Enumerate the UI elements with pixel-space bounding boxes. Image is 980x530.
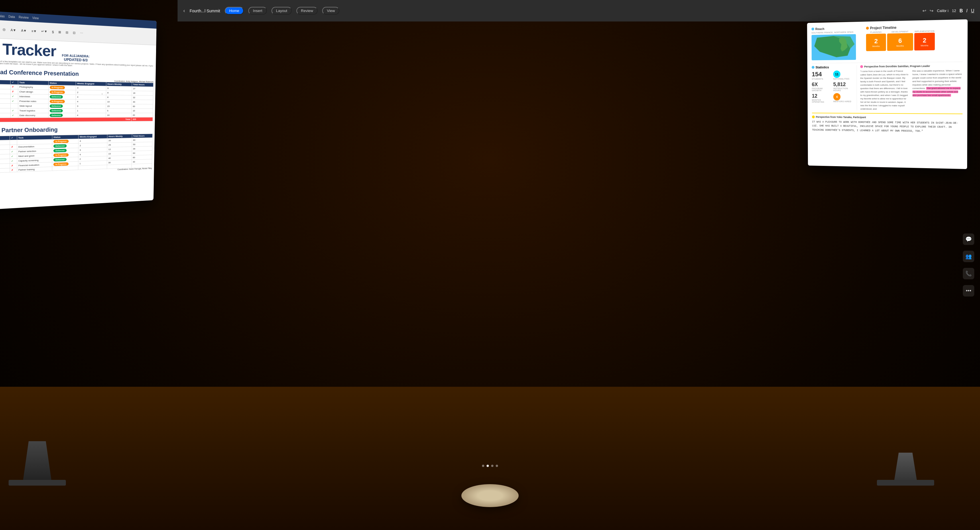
- more-icon[interactable]: •••: [963, 285, 974, 296]
- perspective-text-left: "I come from a town in the south of Fran…: [860, 69, 909, 111]
- perspective-dot: [860, 65, 863, 68]
- col-status: Status: [48, 81, 76, 86]
- cell-task: Travel logistics: [18, 108, 48, 113]
- phase-impl-label: IMPLEMENTATION: [915, 30, 934, 32]
- col-check2: ✓: [10, 136, 17, 140]
- cell-status: In Progress: [48, 85, 76, 90]
- dot-4[interactable]: [496, 465, 498, 467]
- perspective-title: Perspective from Dorothée Saintilan, Pro…: [864, 64, 930, 68]
- excel-tab-data[interactable]: Data: [8, 14, 15, 18]
- cell-hours: 9: [106, 86, 132, 91]
- total-value: 205: [132, 117, 153, 121]
- dot-2[interactable]: [487, 465, 489, 467]
- cell-weeks: 2: [76, 90, 106, 95]
- cell-total: 50: [132, 142, 152, 147]
- nav-home-button[interactable]: Home: [225, 7, 244, 14]
- cell-check: ✓: [10, 149, 17, 154]
- cell-weeks: 1: [76, 108, 106, 113]
- indent-tool[interactable]: ↵▼: [41, 29, 48, 33]
- cell-hours: 10: [106, 113, 132, 118]
- cell-check: ✓: [11, 94, 18, 99]
- perspective-text-cols: "I come from a town in the south of Fran…: [860, 69, 963, 111]
- currency-tool[interactable]: $: [52, 30, 54, 34]
- cell-status: Delivered: [48, 108, 76, 113]
- stat-students-label: STUDENTS: [812, 78, 832, 80]
- align-tool[interactable]: ≡▼: [32, 29, 37, 33]
- project-timeline: Project Timeline PLANNING 2 Months DEVEL…: [866, 24, 963, 60]
- nav-view-button[interactable]: View: [322, 7, 339, 14]
- top-section: Reach SOUTHERN FRANCE, NORTHERN SPAIN Pr…: [811, 24, 963, 60]
- phase-dev-unit: Months: [896, 45, 904, 47]
- perspective-text-right: this was a valuable experience. When I c…: [912, 69, 963, 111]
- reach-section: Reach SOUTHERN FRANCE, NORTHERN SPAIN: [811, 26, 862, 60]
- cell-date: May 31: [0, 89, 11, 94]
- chat-icon[interactable]: 💬: [963, 234, 974, 245]
- phase-planning-label: PLANNING: [870, 31, 882, 33]
- stats-title: Statistics: [816, 65, 829, 69]
- stat-months-label: MONTHS OPERATING: [812, 99, 832, 103]
- dot-1[interactable]: [482, 465, 484, 467]
- dots-indicator: [482, 465, 498, 467]
- nav-review-button[interactable]: Review: [296, 7, 318, 14]
- font-size[interactable]: 12: [952, 9, 956, 13]
- person-alt-icon[interactable]: 👥: [963, 251, 974, 262]
- stats-dot: [811, 66, 815, 69]
- undo-icon[interactable]: ↩: [923, 8, 926, 13]
- col-total: Total Hours: [132, 83, 153, 87]
- table-row: Slide layout Delivered 3 15 60: [0, 103, 153, 108]
- cell-date: May 29: [0, 94, 11, 99]
- col-date: Date Updated: [0, 80, 10, 84]
- stats-grid: 154 STUDENTS 11 NATIONALITIES 6X PROGRAM…: [811, 70, 853, 103]
- reach-subtitle: SOUTHERN FRANCE, NORTHERN SPAIN: [811, 31, 862, 34]
- italic-button[interactable]: I: [966, 8, 967, 13]
- underline-button[interactable]: U: [971, 8, 974, 13]
- cell-total: 60: [132, 104, 153, 108]
- table-surface: [0, 387, 980, 530]
- phone-icon[interactable]: 📞: [963, 268, 974, 279]
- stat-months: 12 MONTHS OPERATING: [812, 93, 832, 103]
- total-label: Total: [0, 118, 132, 123]
- col-total2: Total Hours: [132, 134, 153, 138]
- section1-table: Date Updated ✓ Task Status Weeks Engaged…: [0, 80, 153, 123]
- cell-check: ✗: [10, 84, 18, 89]
- merge-tool[interactable]: ⊞: [59, 30, 61, 34]
- nav-layout-button[interactable]: Layout: [272, 7, 292, 14]
- circle-tool[interactable]: ◎: [3, 27, 6, 32]
- font-color-tool[interactable]: A▼: [21, 29, 27, 32]
- excel-tab-review[interactable]: Review: [19, 15, 29, 19]
- perspective-section: Perspective from Dorothée Saintilan, Pro…: [857, 64, 963, 111]
- dot-3[interactable]: [491, 465, 493, 467]
- cell-total: 10: [132, 108, 153, 113]
- cell-hours: 8: [106, 95, 132, 100]
- section2-table: Date Updated ✓ Task Status Weeks Engaged…: [0, 134, 153, 173]
- reach-title: Reach: [815, 27, 824, 31]
- extra-tool[interactable]: ⋯: [80, 31, 83, 35]
- excel-tab-view[interactable]: View: [32, 16, 39, 20]
- cell-date: [0, 103, 11, 108]
- cell-status: Delivered: [48, 94, 76, 99]
- excel-tab-formulas[interactable]: Formulas: [0, 14, 5, 18]
- wrap2-tool[interactable]: ⊡: [73, 31, 76, 35]
- tracker-title: ce Tracker: [0, 40, 56, 59]
- redo-icon[interactable]: ↪: [930, 8, 933, 13]
- cell-total: 32: [132, 95, 153, 100]
- stat-nationalities-badge: 11: [833, 70, 840, 78]
- wrap-tool[interactable]: ⊟: [66, 31, 68, 35]
- bold-button[interactable]: B: [959, 8, 963, 13]
- highlight-text: The grant allowed me to expand my studio…: [912, 87, 961, 97]
- nav-insert-button[interactable]: Insert: [248, 7, 267, 14]
- phase-implementation: IMPLEMENTATION 2 Months: [915, 30, 935, 51]
- stats-perspective-row: Statistics 154 STUDENTS 11 NATIONALITIES…: [811, 62, 963, 111]
- cell-task: Slide layout: [18, 104, 48, 108]
- col-hours: Hours Weekly: [106, 82, 132, 86]
- stat-program-growth: 6X PROGRAM GROWTH: [812, 82, 832, 92]
- font-name[interactable]: Calibr i: [937, 9, 948, 13]
- yoko-section: Perspective from Yoko Tanaka, Participan…: [812, 113, 963, 134]
- back-button[interactable]: ‹: [183, 8, 185, 14]
- yoko-title: Perspective from Yoko Tanaka, Participan…: [816, 115, 866, 119]
- col-task: Task: [18, 81, 48, 85]
- fill-tool[interactable]: A▼: [11, 28, 16, 32]
- cell-check: ✗: [10, 89, 18, 94]
- cell-task: Photography: [18, 84, 48, 90]
- stat-nationalities-label: NATIONALITIES: [833, 78, 853, 80]
